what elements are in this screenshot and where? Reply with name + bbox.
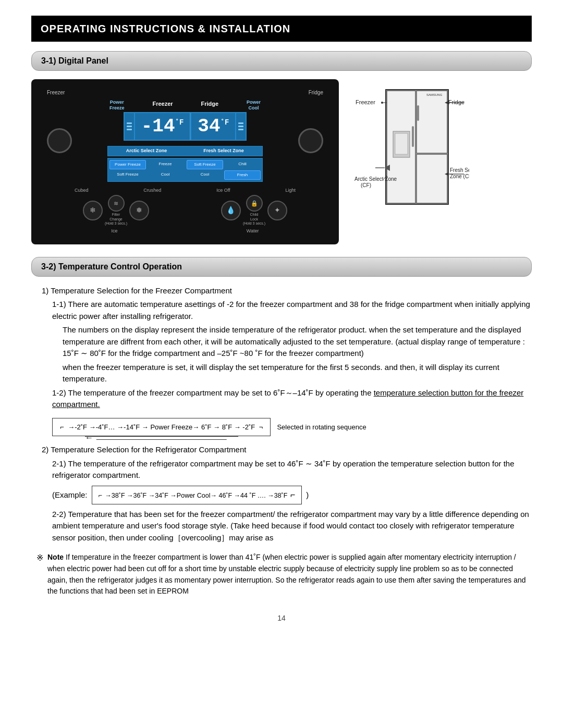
fridge-diagram-area: SAMSUNG Freezer Fridge Arctic Select Zon… bbox=[349, 79, 532, 239]
freezer-temp-block: -14˚F bbox=[134, 112, 191, 141]
water-bottom-label: Water bbox=[247, 228, 259, 235]
power-freeze-label: Power Freeze bbox=[109, 100, 125, 111]
cool2-btn[interactable]: Cool bbox=[187, 170, 223, 180]
cubed-ice-btn[interactable]: ❄ bbox=[83, 201, 103, 220]
ice-off-label: Ice Off bbox=[216, 187, 230, 194]
sequence-text: →-2˚F →-4˚F… →-14˚F → Power Freeze→ 6˚F … bbox=[68, 423, 255, 431]
header-title: OPERATING INSTRUCTIONS & INSTALLATION bbox=[41, 23, 290, 34]
fresh-btn[interactable]: Fresh bbox=[224, 170, 261, 180]
light-btn[interactable]: ✦ bbox=[267, 201, 287, 220]
soft-freeze-btn[interactable]: Soft Freeze bbox=[109, 170, 146, 179]
example-sequence: ⌐ →38˚F →36˚F →34˚F →Power Cool→ 46˚F →4… bbox=[92, 486, 302, 504]
svg-text:SAMSUNG: SAMSUNG bbox=[426, 93, 443, 96]
arctic-zone-name: Arctic Select Zone bbox=[110, 147, 183, 155]
svg-rect-3 bbox=[417, 154, 447, 203]
fridge-diagram-label: Fridge bbox=[448, 99, 464, 105]
freezer-diagram-label: Freezer bbox=[356, 99, 375, 105]
example-box: (Example: ⌐ →38˚F →36˚F →34˚F →Power Coo… bbox=[52, 486, 532, 504]
svg-text:Zone (CR): Zone (CR) bbox=[450, 174, 469, 179]
section1-title: 1) Temperature Selection for the Freezer… bbox=[31, 285, 532, 297]
fridge-temp-value: 34˚F bbox=[198, 116, 229, 137]
temp-control-content: 1) Temperature Selection for the Freezer… bbox=[31, 285, 532, 597]
p1-1: 1-1) There are automatic temperature ase… bbox=[31, 299, 532, 322]
soft-freeze2-btn[interactable]: Soft Freeze bbox=[187, 160, 223, 169]
svg-text:Arctic Select Zone: Arctic Select Zone bbox=[354, 176, 397, 182]
power-freeze-btn[interactable]: Power Freeze bbox=[109, 160, 146, 169]
chill-btn[interactable]: Chill bbox=[224, 160, 261, 169]
ice-off-btn[interactable]: 💧 bbox=[221, 201, 241, 220]
note-bold-label: Note bbox=[47, 553, 64, 561]
note-body: If temperature in the freezer compartmen… bbox=[47, 553, 526, 595]
panel-area: Freezer Fridge Power Freeze Freezer Frid… bbox=[31, 79, 532, 244]
section-digital-panel-header: 3-1) Digital Panel bbox=[31, 51, 532, 71]
sequence-label: Selected in rotating sequence bbox=[277, 422, 366, 433]
p1-1c: when the freezer temperature is set, it … bbox=[31, 362, 532, 385]
ice-bottom-label: Ice bbox=[112, 228, 118, 235]
freeze-btn[interactable]: Freeze bbox=[147, 160, 183, 169]
fridge-temp-block: 34˚F bbox=[190, 112, 236, 141]
freezer-center-label: Freezer bbox=[152, 100, 173, 111]
example-suffix: ) bbox=[306, 489, 309, 501]
section-temp-control-label: 3-2) Temperature Control Operation bbox=[41, 262, 182, 271]
cubed-label: Cubed bbox=[75, 187, 89, 194]
fresh-zone-name: Fresh Select Zone bbox=[187, 147, 260, 155]
freezer-top-label: Freezer bbox=[47, 89, 65, 96]
fridge-top-label: Fridge bbox=[309, 89, 323, 96]
p1-2: 1-2) The temperature of the freezer comp… bbox=[31, 387, 532, 411]
p2-1: 2-1) The temperature of the refrigerator… bbox=[31, 458, 532, 482]
crushed-ice-btn[interactable]: ❅ bbox=[129, 201, 149, 220]
light-label: Light bbox=[285, 187, 296, 194]
child-lock-btn[interactable]: 🔒 bbox=[246, 195, 263, 212]
freezer-select-circle[interactable] bbox=[47, 128, 72, 153]
fridge-center-label: Fridge bbox=[201, 100, 218, 111]
example-prefix: (Example: bbox=[52, 489, 88, 501]
example-seq-text: →38˚F →36˚F →34˚F →Power Cool→ 46˚F →44 … bbox=[105, 492, 287, 499]
panel-top-circles-row: Power Freeze Freezer Fridge Power Cool bbox=[42, 100, 328, 182]
fridge-diagram-svg: SAMSUNG Freezer Fridge Arctic Select Zon… bbox=[354, 84, 469, 230]
svg-rect-7 bbox=[417, 105, 419, 121]
fridge-select-circle[interactable] bbox=[298, 128, 323, 153]
svg-rect-2 bbox=[417, 91, 447, 153]
sequence-box: ⌐ →-2˚F →-4˚F… →-14˚F → Power Freeze→ 6˚… bbox=[52, 418, 532, 437]
svg-text:Fresh Select: Fresh Select bbox=[450, 167, 469, 173]
freezer-temp-value: -14˚F bbox=[141, 116, 184, 137]
page-number: 14 bbox=[31, 613, 532, 624]
power-cool-label: Power Cool bbox=[247, 100, 261, 111]
svg-point-10 bbox=[381, 102, 383, 104]
note-star: ※ bbox=[36, 552, 43, 597]
panel-top-labels: Freezer Fridge bbox=[42, 89, 328, 96]
cool-btn[interactable]: Cool bbox=[147, 170, 183, 179]
page-header: OPERATING INSTRUCTIONS & INSTALLATION bbox=[31, 16, 532, 42]
crushed-label: Crushed bbox=[143, 187, 161, 194]
p1-1b: The numbers on the display represent the… bbox=[31, 324, 532, 360]
temp-display-area: -14˚F 34˚F bbox=[124, 112, 247, 141]
note-text: Note If temperature in the freezer compa… bbox=[47, 552, 532, 597]
p2-2: 2-2) Temperature that has been set for t… bbox=[31, 509, 532, 544]
note-block: ※ Note If temperature in the freezer com… bbox=[31, 552, 532, 597]
section-temp-control-header: 3-2) Temperature Control Operation bbox=[31, 257, 532, 277]
section2-title: 2) Temperature Selection for the Refrige… bbox=[31, 444, 532, 456]
svg-rect-6 bbox=[412, 126, 414, 147]
digital-panel-display: Freezer Fridge Power Freeze Freezer Frid… bbox=[31, 79, 339, 244]
svg-rect-5 bbox=[395, 133, 408, 154]
svg-text:(CF): (CF) bbox=[361, 182, 371, 188]
filter-btn[interactable]: ≋ bbox=[108, 195, 125, 212]
section-digital-panel-label: 3-1) Digital Panel bbox=[41, 56, 108, 65]
